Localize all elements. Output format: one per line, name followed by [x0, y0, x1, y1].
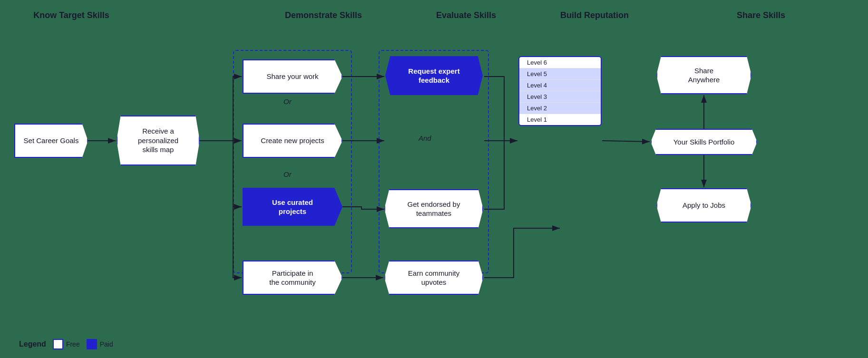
level-4: Level 4 [519, 80, 601, 91]
diagram-container: Know Target Skills Demonstrate Skills Ev… [0, 0, 868, 358]
share-anywhere-node: Share Anywhere [656, 56, 751, 94]
apply-to-jobs-node: Apply to Jobs [656, 188, 751, 223]
level-6: Level 6 [519, 57, 601, 68]
header-know-target-skills: Know Target Skills [14, 10, 128, 20]
level-1: Level 1 [519, 114, 601, 125]
skills-portfolio-node: Your Skills Portfolio [651, 129, 757, 155]
level-2: Level 2 [519, 103, 601, 114]
get-endorsed-node: Get endorsed by teammates [384, 189, 483, 228]
request-expert-feedback-node: Request expert feedback [385, 56, 483, 95]
legend-paid-box [87, 339, 97, 349]
or-label-2: Or [283, 170, 292, 178]
and-label: And [419, 134, 431, 142]
legend: Legend Free Paid [19, 339, 113, 349]
header-evaluate-skills: Evaluate Skills [409, 10, 523, 20]
header-share-skills: Share Skills [694, 10, 828, 20]
or-label-1: Or [283, 97, 292, 106]
legend-free: Free [53, 339, 80, 349]
level-3: Level 3 [519, 91, 601, 103]
set-career-goals-node: Set Career Goals [14, 124, 88, 158]
levels-block: Level 6 Level 5 Level 4 Level 3 Level 2 … [518, 56, 602, 126]
create-new-projects-node: Create new projects [243, 124, 342, 158]
header-demonstrate-skills: Demonstrate Skills [266, 10, 380, 20]
share-your-work-node: Share your work [243, 59, 342, 94]
legend-free-box [53, 339, 63, 349]
use-curated-projects-node: Use curated projects [243, 188, 342, 226]
receive-skills-map-node: Receive a personalized skills map [117, 116, 200, 165]
participate-community-node: Participate in the community [243, 261, 342, 295]
svg-line-8 [602, 141, 650, 142]
legend-paid: Paid [87, 339, 113, 349]
earn-community-node: Earn community upvotes [384, 261, 483, 295]
level-5: Level 5 [519, 68, 601, 80]
header-build-reputation: Build Reputation [537, 10, 652, 20]
